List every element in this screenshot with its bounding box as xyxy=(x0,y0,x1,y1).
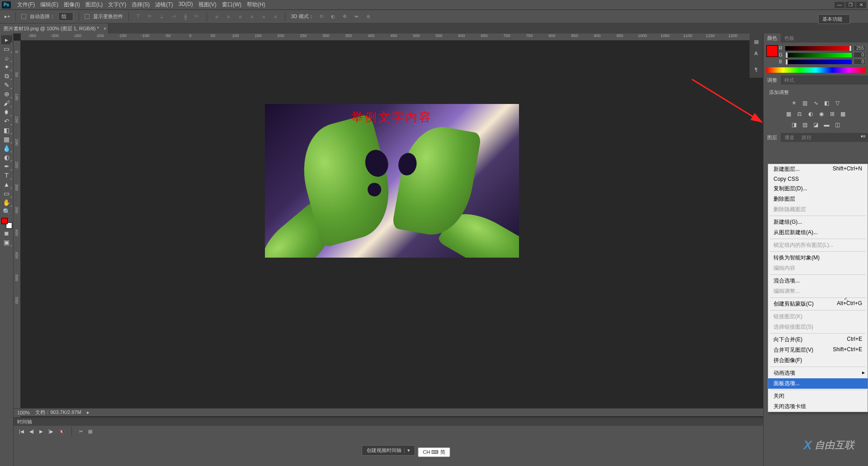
g-slider[interactable] xyxy=(785,53,852,57)
gradient-tool[interactable]: ▦ xyxy=(1,135,12,144)
colorlookup-icon[interactable]: ▩ xyxy=(839,110,847,118)
3d-orbit-icon[interactable]: ⟲ xyxy=(317,13,326,21)
close-icon[interactable]: × xyxy=(104,26,106,31)
maximize-button[interactable]: ❐ xyxy=(845,2,855,8)
menu-选择(S)[interactable]: 选择(S) xyxy=(129,1,152,9)
dist-bottom-icon[interactable]: ≡ xyxy=(236,13,244,21)
path-select-tool[interactable]: ▲ xyxy=(1,180,12,189)
align-hcenter-icon[interactable]: ╫ xyxy=(181,13,189,21)
eraser-tool[interactable]: ◧ xyxy=(1,126,12,135)
ctx-新建组(G)...[interactable]: 新建组(G)... xyxy=(768,217,868,227)
menu-3D(D)[interactable]: 3D(D) xyxy=(176,1,196,9)
menu-滤镜(T)[interactable]: 滤镜(T) xyxy=(152,1,175,9)
menu-窗口(W)[interactable]: 窗口(W) xyxy=(219,1,244,9)
eyedropper-tool[interactable]: ✎ xyxy=(1,80,12,89)
invert-icon[interactable]: ◨ xyxy=(790,121,798,128)
g-value[interactable]: 0 xyxy=(854,52,865,58)
character-panel-icon[interactable]: A xyxy=(751,48,762,59)
3d-zoom-icon[interactable]: ⊕ xyxy=(364,13,373,21)
tab-channels[interactable]: 通道 xyxy=(781,133,798,142)
tab-color[interactable]: 颜色 xyxy=(764,33,781,42)
r-slider[interactable] xyxy=(785,46,852,51)
color-swatches[interactable] xyxy=(1,218,12,229)
r-value[interactable]: 255 xyxy=(854,45,865,51)
ctx-合并可见图层(V)[interactable]: 合并可见图层(V)Shift+Ctrl+E xyxy=(768,345,868,355)
timeline-transition-button[interactable]: ▤ xyxy=(88,429,92,434)
stamp-tool[interactable]: ⧯ xyxy=(1,108,12,117)
align-bottom-icon[interactable]: ⊥ xyxy=(158,13,166,21)
tab-paths[interactable]: 路径 xyxy=(798,133,815,142)
gradientmap-icon[interactable]: ▬ xyxy=(823,121,831,128)
hsl-icon[interactable]: ▦ xyxy=(785,110,793,118)
timeline-next-button[interactable]: |▶ xyxy=(48,429,53,434)
document-tab[interactable]: 图片素材19.png @ 100% (图层 1, RGB/8) * × xyxy=(0,24,108,33)
menu-图像(I)[interactable]: 图像(I) xyxy=(61,1,82,9)
ctx-关闭选项卡组[interactable]: 关闭选项卡组 xyxy=(768,401,868,412)
ctx-转换为智能对象(M)[interactable]: 转换为智能对象(M) xyxy=(768,253,868,263)
ctx-Copy CSS[interactable]: Copy CSS xyxy=(768,174,868,184)
dist-h-icon[interactable]: ≡ xyxy=(259,13,268,21)
align-right-icon[interactable]: ⊢ xyxy=(193,13,201,21)
dist-right-icon[interactable]: ≡ xyxy=(271,13,279,21)
timeline-prev-button[interactable]: ◀| xyxy=(29,429,34,434)
ctx-删除图层[interactable]: 删除图层 xyxy=(768,194,868,204)
marquee-tool[interactable]: ▭ xyxy=(1,44,12,53)
posterize-icon[interactable]: ▤ xyxy=(801,121,809,128)
create-timeline-button[interactable]: 创建视频时间轴 ▾ xyxy=(362,445,415,456)
vibrance-icon[interactable]: ▽ xyxy=(834,99,842,107)
lasso-tool[interactable]: ⌕ xyxy=(1,53,12,62)
brush-tool[interactable]: 🖌 xyxy=(1,99,12,108)
b-slider[interactable] xyxy=(785,60,852,64)
dist-left-icon[interactable]: ≡ xyxy=(248,13,256,21)
chevron-down-icon[interactable]: ▾ xyxy=(404,447,410,453)
shape-tool[interactable]: ▭ xyxy=(1,189,12,198)
type-tool[interactable]: T xyxy=(1,171,12,180)
timeline-tab-label[interactable]: 时间轴 xyxy=(17,419,32,425)
color-spectrum[interactable] xyxy=(766,67,865,73)
ruler-vertical[interactable]: 050100150200250300350400450500550 xyxy=(14,41,21,452)
menu-文字(Y)[interactable]: 文字(Y) xyxy=(105,1,129,9)
ruler-horizontal[interactable]: -350-300-250-200-150-100-500501001502002… xyxy=(21,33,763,41)
hand-tool[interactable]: ✋ xyxy=(1,198,12,207)
foreground-color[interactable] xyxy=(1,218,8,224)
bw-icon[interactable]: ◐ xyxy=(807,110,815,118)
curves-icon[interactable]: ∿ xyxy=(812,99,820,107)
ctx-拼合图像(F)[interactable]: 拼合图像(F) xyxy=(768,355,868,366)
magic-wand-tool[interactable]: ✦ xyxy=(1,62,12,71)
canvas-viewport[interactable]: 举例文字内容 xyxy=(21,41,763,466)
history-brush-tool[interactable]: ↶ xyxy=(1,117,12,126)
screenmode-tool[interactable]: ▣ xyxy=(1,238,12,247)
ctx-动画选项[interactable]: 动画选项▸ xyxy=(768,368,868,378)
b-value[interactable]: 0 xyxy=(854,59,865,65)
move-tool[interactable]: ▸ xyxy=(1,35,12,44)
dist-top-icon[interactable]: ≡ xyxy=(212,13,221,21)
colorbalance-icon[interactable]: ⚖ xyxy=(796,110,804,118)
photofilter-icon[interactable]: ◉ xyxy=(817,110,826,118)
selectivecolor-icon[interactable]: ◫ xyxy=(834,121,842,128)
pen-tool[interactable]: ✒ xyxy=(1,162,12,171)
dist-v-icon[interactable]: ≡ xyxy=(224,13,232,21)
3d-pan-icon[interactable]: ✥ xyxy=(341,13,349,21)
healing-brush-tool[interactable]: ⊛ xyxy=(1,89,12,99)
ctx-复制图层(D)...[interactable]: 复制图层(D)... xyxy=(768,184,868,194)
levels-icon[interactable]: ▥ xyxy=(801,99,809,107)
quickmask-tool[interactable]: ◙ xyxy=(1,229,12,238)
dodge-tool[interactable]: ◐ xyxy=(1,153,12,162)
ime-indicator[interactable]: CH ⌨ 简 xyxy=(418,447,450,457)
menu-视图(V)[interactable]: 视图(V) xyxy=(196,1,219,9)
workspace-selector[interactable]: 基本功能 xyxy=(818,14,850,24)
timeline-cut-button[interactable]: ✂ xyxy=(79,429,83,434)
auto-select-dropdown[interactable]: 组 xyxy=(58,12,73,21)
zoom-tool[interactable]: 🔍 xyxy=(1,207,12,216)
threshold-icon[interactable]: ◪ xyxy=(812,121,820,128)
image-canvas[interactable]: 举例文字内容 xyxy=(265,104,519,258)
timeline-audio-button[interactable]: 🔇 xyxy=(59,429,64,434)
foreground-swatch[interactable] xyxy=(766,45,778,57)
menu-编辑(E)[interactable]: 编辑(E) xyxy=(38,1,61,9)
close-button[interactable]: ✕ xyxy=(856,2,866,8)
tab-adjustments[interactable]: 调整 xyxy=(764,75,781,85)
align-vcenter-icon[interactable]: ⊢ xyxy=(146,13,154,21)
minimize-button[interactable]: — xyxy=(835,2,844,8)
tab-layers[interactable]: 图层 xyxy=(764,133,781,142)
paragraph-panel-icon[interactable]: ¶ xyxy=(751,64,762,75)
